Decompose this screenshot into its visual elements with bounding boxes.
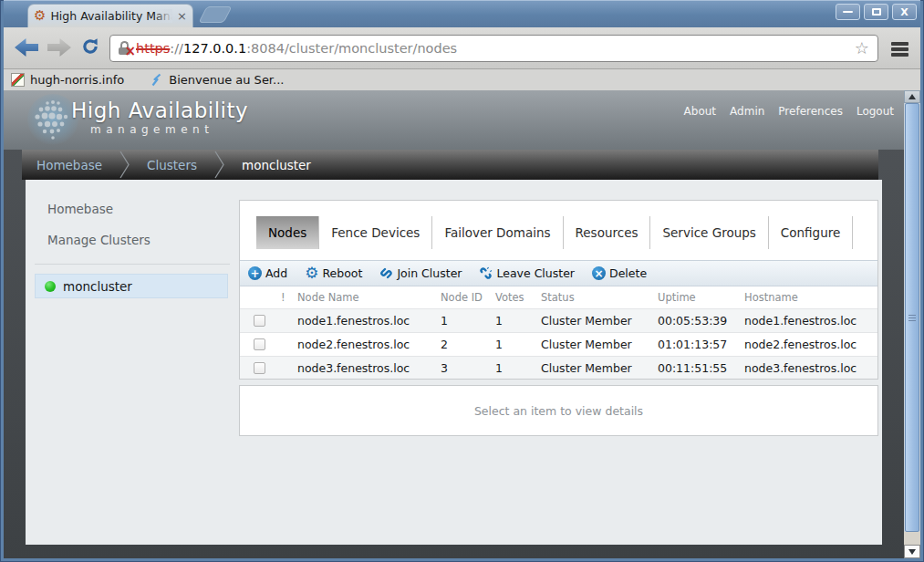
browser-tab-title: High Availability Manag (50, 9, 172, 23)
bookmarks-bar: hugh-norris.info Bienvenue au Ser... (4, 69, 920, 90)
tab-configure[interactable]: Configure (769, 216, 853, 249)
maximize-button[interactable] (864, 4, 888, 20)
join-cluster-label: Join Cluster (397, 266, 462, 280)
tab-resources[interactable]: Resources (564, 216, 651, 249)
breadcrumb-moncluster: moncluster (240, 158, 313, 172)
reboot-button[interactable]: ⚙ Reboot (305, 266, 362, 280)
forward-button[interactable] (47, 38, 73, 58)
reload-button[interactable] (80, 36, 106, 57)
cell-votes: 1 (495, 308, 541, 332)
url-scheme: https (136, 41, 170, 56)
bookmark-item[interactable]: hugh-norris.info (11, 73, 124, 87)
nav-link-about[interactable]: About (684, 105, 716, 118)
cell-node-name[interactable]: node2.fenestros.loc (297, 332, 441, 356)
details-panel: Select an item to view details (239, 385, 878, 436)
cell-node-name[interactable]: node1.fenestros.loc (297, 308, 441, 332)
col-node-id: Node ID (441, 286, 495, 308)
delete-button[interactable]: × Delete (592, 266, 647, 280)
cell-status: Cluster Member (541, 356, 658, 380)
cluster-tabs: Nodes Fence Devices Failover Domains Res… (256, 216, 877, 249)
vertical-scrollbar[interactable] (904, 90, 920, 558)
tab-nodes[interactable]: Nodes (256, 216, 319, 249)
scroll-up-button[interactable] (904, 90, 920, 103)
delete-x-icon: × (592, 266, 606, 280)
window-titlebar: ⚙ High Availability Manag × X (4, 0, 920, 27)
close-icon: X (900, 6, 908, 18)
app-brand: High Availability management (71, 99, 248, 136)
gear-favicon-icon: ⚙ (34, 9, 46, 23)
cluster-name: moncluster (63, 279, 132, 294)
col-node-name: Node Name (297, 286, 441, 308)
tab-close-icon[interactable]: × (177, 10, 187, 22)
breadcrumb-homebase[interactable]: Homebase (35, 158, 104, 172)
join-cluster-button[interactable]: Join Cluster (379, 266, 462, 280)
sidebar-item-manage-clusters[interactable]: Manage Clusters (26, 233, 239, 247)
sidebar-item-moncluster[interactable]: moncluster (35, 274, 228, 298)
details-placeholder: Select an item to view details (474, 404, 643, 418)
url-host: 127.0.0.1 (183, 41, 246, 56)
bookmark-star-icon[interactable]: ☆ (855, 40, 869, 57)
scrollbar-track[interactable] (904, 532, 920, 545)
address-bar[interactable]: × https://127.0.0.1:8084/cluster/monclus… (109, 35, 878, 62)
minimize-button[interactable] (836, 4, 860, 20)
table-row[interactable]: node3.fenestros.loc 3 1 Cluster Member 0… (240, 356, 877, 380)
cell-node-name[interactable]: node3.fenestros.loc (297, 356, 441, 380)
nav-link-admin[interactable]: Admin (730, 105, 764, 118)
thumb-grip-icon (908, 315, 916, 316)
nodes-panel: Nodes Fence Devices Failover Domains Res… (239, 200, 878, 380)
page-viewport: High Availability management About Admin… (4, 90, 920, 558)
col-hostname: Hostname (744, 286, 877, 308)
browser-tab[interactable]: ⚙ High Availability Manag × (27, 4, 193, 27)
cell-uptime: 00:05:53:39 (658, 308, 744, 332)
add-button[interactable]: + Add (248, 266, 287, 280)
brand-subtitle: management (90, 123, 248, 136)
leave-cluster-label: Leave Cluster (496, 266, 575, 280)
close-button[interactable]: X (892, 4, 917, 20)
row-checkbox[interactable] (254, 338, 265, 350)
browser-toolbar: × https://127.0.0.1:8084/cluster/monclus… (4, 27, 920, 69)
page-content: Homebase Manage Clusters moncluster Node… (26, 180, 882, 545)
main-area: Nodes Fence Devices Failover Domains Res… (239, 180, 878, 436)
sidebar-divider (35, 264, 230, 265)
cell-hostname: node1.fenestros.loc (744, 308, 877, 332)
reboot-gear-icon: ⚙ (305, 266, 318, 280)
nav-link-logout[interactable]: Logout (857, 105, 894, 118)
lock-cross-icon: × (124, 45, 136, 58)
scrollbar-thumb[interactable] (905, 103, 919, 532)
nodes-table: ! Node Name Node ID Votes Status Uptime … (240, 286, 877, 380)
app-header: High Availability management About Admin… (4, 90, 904, 150)
broken-link-icon (479, 266, 493, 280)
tab-service-groups[interactable]: Service Groups (650, 216, 768, 249)
chevron-right-icon (119, 150, 130, 180)
tab-failover-domains[interactable]: Failover Domains (432, 216, 563, 249)
col-alert: ! (281, 286, 297, 308)
new-tab-button[interactable] (198, 6, 232, 23)
window-controls: X (836, 4, 917, 20)
reload-icon (80, 36, 100, 57)
row-checkbox[interactable] (254, 315, 265, 327)
arrow-up-icon (908, 94, 916, 99)
table-row[interactable]: node1.fenestros.loc 1 1 Cluster Member 0… (240, 308, 877, 332)
forward-arrow-icon (47, 38, 71, 57)
leave-cluster-button[interactable]: Leave Cluster (479, 266, 575, 280)
back-button[interactable] (15, 38, 40, 58)
browser-menu-button[interactable] (886, 38, 913, 60)
breadcrumb-clusters[interactable]: Clusters (145, 158, 199, 172)
cell-node-id: 3 (441, 356, 495, 380)
col-votes: Votes (495, 286, 541, 308)
tab-fence-devices[interactable]: Fence Devices (319, 216, 432, 249)
nav-link-preferences[interactable]: Preferences (778, 105, 843, 118)
url-separator: :// (170, 41, 183, 56)
link-icon (379, 266, 393, 280)
cell-uptime: 00:11:51:55 (658, 356, 744, 380)
minimize-icon (843, 11, 853, 13)
cluster-status-icon (45, 281, 56, 292)
table-row[interactable]: node2.fenestros.loc 2 1 Cluster Member 0… (240, 332, 877, 356)
bookmark-item[interactable]: Bienvenue au Ser... (150, 73, 284, 87)
sidebar-item-homebase[interactable]: Homebase (26, 202, 239, 216)
cell-node-id: 1 (441, 308, 495, 332)
scroll-down-button[interactable] (904, 545, 920, 558)
cell-status: Cluster Member (541, 332, 658, 356)
row-checkbox[interactable] (254, 362, 265, 374)
add-label: Add (265, 266, 287, 280)
